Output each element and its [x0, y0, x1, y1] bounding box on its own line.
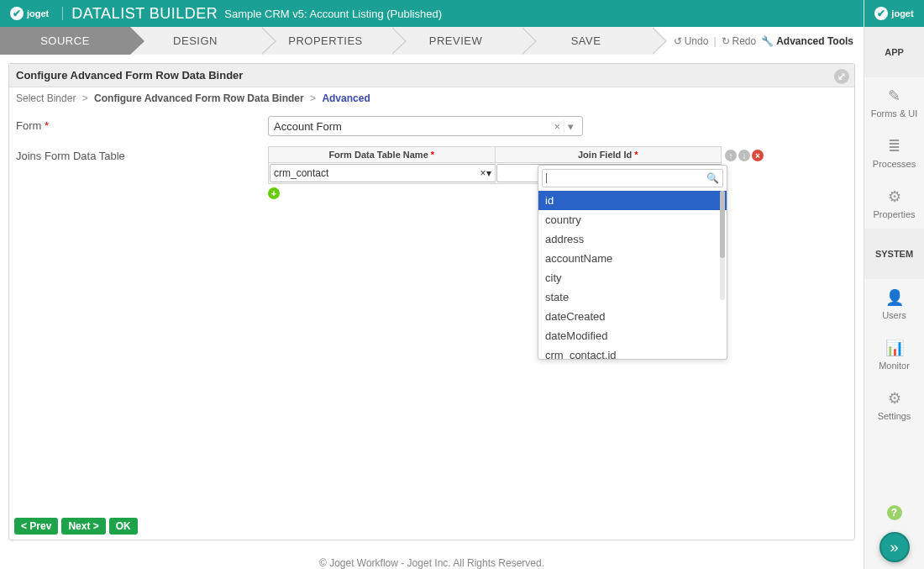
app-header: ✔ joget DATALIST BUILDER Sample CRM v5: … [0, 0, 864, 27]
app-title: DATALIST BUILDER [71, 5, 218, 23]
next-button[interactable]: Next > [61, 518, 105, 535]
dropdown-item[interactable]: accountName [538, 249, 727, 268]
scrollbar[interactable] [720, 191, 725, 300]
clear-icon[interactable]: × [550, 120, 564, 133]
dropdown-item[interactable]: id [538, 191, 727, 210]
label-form: Form * [16, 116, 268, 132]
move-down-button[interactable]: ↓ [738, 150, 750, 161]
tab-preview[interactable]: PREVIEW [391, 27, 521, 55]
col-field-header: Join Field Id * [495, 147, 722, 163]
sidebar-item[interactable]: ≣Processes [864, 128, 924, 178]
brand-glyph-icon: ✔ [874, 7, 888, 20]
sidebar-item-icon: ✎ [888, 87, 900, 105]
help-button[interactable]: ? [887, 505, 902, 520]
form-select-value: Account Form [274, 120, 342, 133]
sidebar-heading-system: SYSTEM [864, 229, 924, 279]
wrench-icon: 🔧 [761, 35, 774, 47]
tab-design[interactable]: DESIGN [130, 27, 260, 55]
col-table-header: Form Data Table Name * [269, 147, 496, 163]
dropdown-item[interactable]: crm_contact.id [538, 345, 727, 359]
dropdown-search-input[interactable]: 🔍 [542, 169, 723, 187]
redo-icon: ↻ [722, 35, 730, 47]
panel-footer: < Prev Next > OK [9, 513, 854, 540]
sidebar-item[interactable]: ⚙Properties [864, 178, 924, 229]
advanced-tools-button[interactable]: 🔧Advanced Tools [761, 35, 853, 47]
ok-button[interactable]: OK [109, 518, 138, 535]
dropdown-item[interactable]: address [538, 229, 727, 249]
brand-name: joget [27, 8, 49, 18]
move-up-button[interactable]: ↑ [725, 150, 737, 161]
sidebar-item-label: Settings [878, 411, 911, 421]
tab-properties[interactable]: PROPERTIES [260, 27, 391, 55]
step-tabs: SOURCE DESIGN PROPERTIES PREVIEW SAVE ↺U… [0, 27, 864, 55]
breadcrumb-step1[interactable]: Select Binder [16, 92, 76, 104]
dropdown-item[interactable]: dateCreated [538, 307, 727, 326]
sidebar-item-icon: ≣ [888, 137, 900, 155]
panel-title: Configure Advanced Form Row Data Binder [16, 69, 243, 82]
sidebar-item-label: Processes [873, 159, 916, 169]
breadcrumb: Select Binder > Configure Advanced Form … [9, 87, 854, 109]
undo-button[interactable]: ↺Undo [674, 35, 709, 47]
sidebar-item[interactable]: ✎Forms & UI [864, 77, 924, 128]
config-panel: Configure Advanced Form Row Data Binder … [8, 63, 855, 540]
prev-button[interactable]: < Prev [14, 518, 58, 535]
sidebar-item[interactable]: 📊Monitor [864, 329, 924, 380]
sidebar-item[interactable]: 👤Users [864, 279, 924, 329]
dropdown-item[interactable]: city [538, 268, 727, 287]
clear-icon[interactable]: × [480, 167, 486, 179]
tab-save[interactable]: SAVE [521, 27, 651, 55]
sidebar-item-icon: ⚙ [888, 389, 901, 408]
breadcrumb-step2[interactable]: Configure Advanced Form Row Data Binder [94, 92, 304, 104]
redo-button[interactable]: ↻Redo [722, 35, 757, 47]
tab-source[interactable]: SOURCE [0, 27, 130, 55]
toolbar: ↺Undo | ↻Redo 🔧Advanced Tools [651, 27, 864, 55]
chevron-down-icon[interactable]: ▾ [486, 167, 491, 179]
add-row-button[interactable]: + [268, 187, 280, 199]
sidebar-brand[interactable]: ✔ joget [864, 0, 924, 27]
sidebar-item-label: Users [882, 310, 906, 320]
text-cursor [546, 173, 547, 183]
sidebar-item-icon: 📊 [885, 339, 904, 357]
sidebar-item[interactable]: ⚙Settings [864, 380, 924, 430]
form-select[interactable]: Account Form × ▾ [268, 116, 583, 136]
breadcrumb-step3[interactable]: Advanced [322, 92, 370, 104]
brand-glyph-icon: ✔ [10, 7, 24, 20]
copyright: © Joget Workflow - Joget Inc. All Rights… [0, 549, 864, 569]
sidebar-item-label: Monitor [879, 361, 910, 371]
dropdown-item[interactable]: dateModified [538, 326, 727, 345]
expand-icon[interactable]: ⤢ [834, 69, 849, 84]
divider [62, 7, 63, 20]
delete-row-button[interactable]: × [752, 150, 764, 161]
brand-name: joget [891, 8, 913, 18]
label-joins: Joins Form Data Table [16, 146, 268, 162]
sidebar-heading-app: APP [864, 27, 924, 77]
row-actions: ↑ ↓ × [722, 146, 764, 161]
sidebar-item-icon: ⚙ [888, 187, 901, 206]
dropdown-item[interactable]: country [538, 210, 727, 229]
brand-logo[interactable]: ✔ joget [5, 7, 54, 20]
sidebar-item-label: Properties [873, 209, 915, 219]
sidebar-item-icon: 👤 [885, 288, 904, 307]
dropdown-item[interactable]: state [538, 287, 727, 307]
app-subtitle: Sample CRM v5: Account Listing (Publishe… [224, 8, 442, 20]
panel-header: Configure Advanced Form Row Data Binder … [9, 64, 854, 87]
undo-icon: ↺ [674, 35, 682, 47]
form-data-table-select[interactable]: crm_contact × ▾ [270, 164, 496, 182]
join-field-dropdown: 🔍 idcountryaddressaccountNamecitystateda… [538, 165, 727, 360]
form-area: Form * Account Form × ▾ Joins Form Data … [9, 109, 854, 513]
expand-fab-button[interactable]: » [879, 532, 910, 562]
chevron-down-icon[interactable]: ▾ [564, 120, 577, 133]
search-icon: 🔍 [706, 172, 719, 184]
right-sidebar: ✔ joget APP ✎Forms & UI≣Processes⚙Proper… [864, 0, 924, 569]
sidebar-item-label: Forms & UI [871, 108, 918, 119]
